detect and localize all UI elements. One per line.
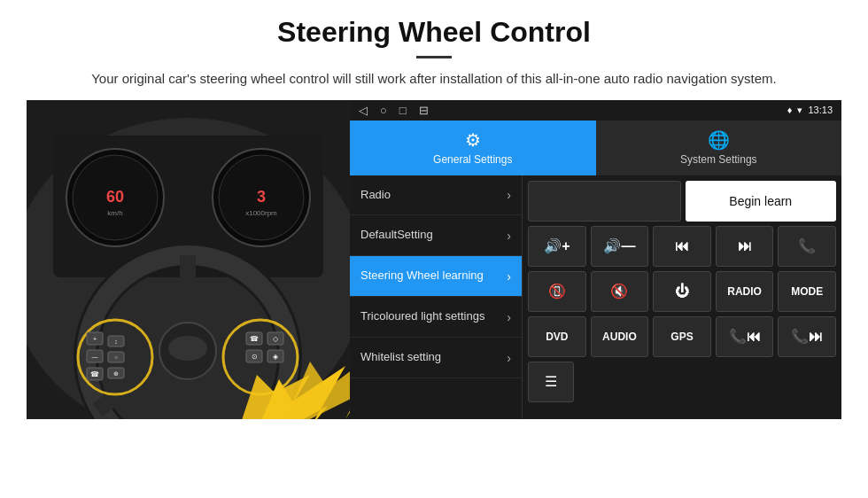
page-title: Steering Wheel Control xyxy=(35,16,833,49)
steering-wheel-image: 60 km/h 3 x1000rpm + — ☎ xyxy=(27,100,350,419)
prev-button[interactable]: ⏮ xyxy=(653,226,711,267)
title-divider xyxy=(416,56,452,58)
right-panel: Begin learn 🔊+ 🔊— ⏮ ⏭ xyxy=(523,175,841,419)
begin-learn-button[interactable]: Begin learn xyxy=(686,181,837,222)
whitelist-icon: ☰ xyxy=(545,373,557,390)
chevron-icon: › xyxy=(507,269,511,284)
mute-icon: 🔇 xyxy=(610,283,628,300)
recents-icon[interactable]: □ xyxy=(399,104,407,117)
svg-text:☎: ☎ xyxy=(90,370,99,378)
svg-text:3: 3 xyxy=(257,188,266,206)
prev-icon: ⏮ xyxy=(675,238,689,254)
dvd-button[interactable]: DVD xyxy=(528,316,586,357)
svg-text:≡: ≡ xyxy=(114,354,118,361)
page-subtitle: Your original car's steering wheel contr… xyxy=(35,69,833,89)
vol-down-icon: 🔊— xyxy=(603,237,635,254)
page-header: Steering Wheel Control Your original car… xyxy=(0,0,868,100)
status-right: ♦ ▾ 13:13 xyxy=(787,105,833,116)
svg-text:⊕: ⊕ xyxy=(113,370,119,377)
svg-text:↕: ↕ xyxy=(114,338,118,345)
tab-system[interactable]: 🌐 System Settings xyxy=(596,121,842,175)
menu-whitelist-label: Whitelist setting xyxy=(360,350,441,365)
svg-text:km/h: km/h xyxy=(107,209,122,217)
menu-tricoloured-label: Tricoloured light settings xyxy=(360,309,484,324)
mute-button[interactable]: 🔇 xyxy=(591,271,649,312)
menu-icon[interactable]: ⊟ xyxy=(419,104,429,117)
begin-learn-row: Begin learn xyxy=(528,181,836,222)
control-row-2: 📵 🔇 ⏻ RADIO MODE xyxy=(528,271,836,312)
next-button[interactable]: ⏭ xyxy=(716,226,774,267)
radio-label: RADIO xyxy=(727,285,762,298)
clock: 13:13 xyxy=(808,105,833,115)
nav-prev-button[interactable]: 📞⏮ xyxy=(716,316,774,357)
system-settings-icon: 🌐 xyxy=(708,129,730,151)
nav-icons: ◁ ○ □ ⊟ xyxy=(359,104,429,117)
nav-next-button[interactable]: 📞⏭ xyxy=(778,316,836,357)
svg-text:◈: ◈ xyxy=(273,353,279,361)
hangup-button[interactable]: 📵 xyxy=(528,271,586,312)
control-row-1: 🔊+ 🔊— ⏮ ⏭ 📞 xyxy=(528,226,836,267)
home-icon[interactable]: ○ xyxy=(380,104,387,117)
svg-text:☎: ☎ xyxy=(250,335,259,343)
menu-item-default[interactable]: DefaultSetting › xyxy=(350,215,522,256)
location-icon: ♦ xyxy=(787,105,793,115)
control-row-3: DVD AUDIO GPS 📞⏮ 📞⏭ xyxy=(528,316,836,357)
settings-tabs: ⚙ General Settings 🌐 System Settings xyxy=(350,121,841,175)
svg-text:+: + xyxy=(93,336,97,342)
radio-button[interactable]: RADIO xyxy=(716,271,774,312)
chevron-icon: › xyxy=(507,229,511,243)
vol-down-button[interactable]: 🔊— xyxy=(591,226,649,267)
back-icon[interactable]: ◁ xyxy=(359,104,368,117)
nav-prev-icon: 📞⏮ xyxy=(729,328,761,345)
android-panel: ◁ ○ □ ⊟ ♦ ▾ 13:13 ⚙ General Settings 🌐 S… xyxy=(350,100,841,419)
menu-steering-label: Steering Wheel learning xyxy=(360,268,484,284)
menu-radio-label: Radio xyxy=(360,188,391,203)
menu-item-radio[interactable]: Radio › xyxy=(350,175,522,216)
menu-item-whitelist[interactable]: Whitelist setting › xyxy=(350,338,522,378)
svg-point-17 xyxy=(168,336,207,361)
content-area: Radio › DefaultSetting › Steering Wheel … xyxy=(350,175,841,419)
svg-text:⊙: ⊙ xyxy=(252,353,258,361)
call-button[interactable]: 📞 xyxy=(778,226,836,267)
whitelist-icon-button[interactable]: ☰ xyxy=(528,362,574,402)
mode-label: MODE xyxy=(791,285,823,298)
menu-item-steering[interactable]: Steering Wheel learning › xyxy=(350,256,522,297)
power-button[interactable]: ⏻ xyxy=(653,271,711,312)
tab-general[interactable]: ⚙ General Settings xyxy=(350,121,596,175)
call-icon: 📞 xyxy=(798,237,816,254)
svg-text:—: — xyxy=(92,354,98,360)
tab-system-label: System Settings xyxy=(680,153,757,166)
audio-label: AUDIO xyxy=(602,331,637,343)
chevron-icon: › xyxy=(507,188,511,202)
hangup-icon: 📵 xyxy=(548,283,566,300)
left-menu: Radio › DefaultSetting › Steering Wheel … xyxy=(350,175,523,419)
whitelist-icon-row: ☰ xyxy=(528,362,836,402)
svg-text:x1000rpm: x1000rpm xyxy=(245,209,277,217)
svg-text:60: 60 xyxy=(106,188,124,206)
gps-button[interactable]: GPS xyxy=(653,316,711,357)
vol-up-button[interactable]: 🔊+ xyxy=(528,226,586,267)
menu-item-tricoloured[interactable]: Tricoloured light settings › xyxy=(350,297,522,338)
mode-button[interactable]: MODE xyxy=(778,271,836,312)
svg-text:◇: ◇ xyxy=(273,335,279,343)
tab-general-label: General Settings xyxy=(433,153,512,166)
status-bar: ◁ ○ □ ⊟ ♦ ▾ 13:13 xyxy=(350,100,841,121)
main-content: 60 km/h 3 x1000rpm + — ☎ xyxy=(27,100,841,419)
general-settings-icon: ⚙ xyxy=(465,129,481,151)
chevron-icon: › xyxy=(507,310,511,324)
audio-button[interactable]: AUDIO xyxy=(591,316,649,357)
dvd-label: DVD xyxy=(546,331,568,343)
vol-up-icon: 🔊+ xyxy=(544,237,570,254)
signal-icon: ▾ xyxy=(797,105,802,116)
chevron-icon: › xyxy=(507,351,511,365)
power-icon: ⏻ xyxy=(675,284,689,300)
next-icon: ⏭ xyxy=(738,238,752,254)
menu-default-label: DefaultSetting xyxy=(360,228,433,243)
nav-next-icon: 📞⏭ xyxy=(791,328,823,345)
gps-label: GPS xyxy=(670,331,693,343)
empty-input-box xyxy=(528,181,681,222)
